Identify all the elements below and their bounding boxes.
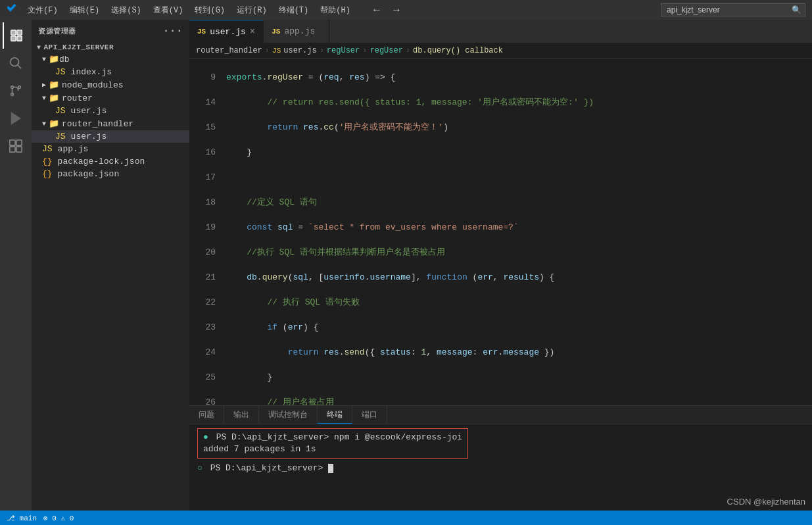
tree-label-router: router xyxy=(62,93,93,103)
tree-item-router-user-js[interactable]: JS user.js xyxy=(32,105,189,117)
svg-rect-13 xyxy=(16,147,22,152)
tree-item-index-js[interactable]: JS index.js xyxy=(32,66,189,78)
line-num-17: 17 xyxy=(196,171,216,184)
code-line-17: 17 xyxy=(196,171,805,184)
code-line-21: 21 db.query(sql, [userinfo.username], fu… xyxy=(196,271,805,284)
forward-button[interactable]: → xyxy=(389,3,404,17)
search-input[interactable] xyxy=(661,3,805,16)
line-num-21: 21 xyxy=(196,271,216,284)
breadcrumb-part-0: router_handler xyxy=(196,46,262,55)
breadcrumb-sep-1: › xyxy=(320,46,324,55)
menu-file[interactable]: 文件(F) xyxy=(22,3,63,17)
menu-run[interactable]: 运行(R) xyxy=(231,3,272,17)
tree-label-package-json: package.json xyxy=(58,169,120,179)
vscode-icon xyxy=(7,3,17,17)
svg-point-6 xyxy=(11,86,14,89)
tree-label-db: db xyxy=(59,55,70,64)
tree-item-db[interactable]: ▼ 📁 db xyxy=(32,53,189,66)
tab-user-js[interactable]: JS user.js × xyxy=(189,20,264,43)
activity-search[interactable] xyxy=(3,50,29,76)
sidebar-more-button[interactable]: ··· xyxy=(163,25,183,37)
line-num-24: 24 xyxy=(196,346,216,359)
svg-rect-11 xyxy=(16,140,22,145)
tree-project-root[interactable]: ▼ API_KJZT_SERVER xyxy=(32,42,189,53)
breadcrumb-sep-0: › xyxy=(265,46,270,55)
menu-terminal[interactable]: 终端(T) xyxy=(274,3,314,17)
panel-tab-ports[interactable]: 端口 xyxy=(352,406,387,424)
folder-icon: 📁 xyxy=(49,118,59,129)
tab-icon-app-js: JS xyxy=(272,28,280,36)
tree-item-app-js[interactable]: JS app.js xyxy=(32,143,189,155)
activity-extensions[interactable] xyxy=(3,133,29,159)
tree-item-rh-user-js[interactable]: JS user.js xyxy=(32,130,189,143)
tab-label-app-js: app.js xyxy=(284,26,315,36)
code-line-14: 14 // return res.send({ status: 1, messa… xyxy=(196,96,805,109)
tree-item-node-modules[interactable]: ▶ 📁 node_modules xyxy=(32,78,189,91)
tree-item-package-lock[interactable]: {} package-lock.json xyxy=(32,155,189,168)
panel-tab-terminal[interactable]: 终端 xyxy=(318,406,352,424)
terminal-line-command: ● PS D:\api_kjzt_server> npm i @escook/e… xyxy=(203,432,462,443)
terminal-prompt: ● xyxy=(203,432,208,442)
menu-view[interactable]: 查看(V) xyxy=(148,3,189,17)
breadcrumb-part-3: regUser xyxy=(370,46,402,55)
main-container: 资源管理器 ··· ▼ API_KJZT_SERVER ▼ 📁 db JS in… xyxy=(0,20,812,511)
editor-area: JS user.js × JS app.js router_handler › … xyxy=(189,20,812,511)
tree-item-router[interactable]: ▼ 📁 router xyxy=(32,91,189,105)
tree-label-router-handler: router_handler xyxy=(62,119,133,129)
watermark: CSDN @kejizhentan xyxy=(727,497,805,507)
tree-item-package-json[interactable]: {} package.json xyxy=(32,168,189,180)
breadcrumb-part-4: db.query() callback xyxy=(413,46,503,55)
line-num-16: 16 xyxy=(196,146,216,159)
js-icon: JS xyxy=(55,106,66,116)
menu-select[interactable]: 选择(S) xyxy=(106,3,147,17)
terminal-line-prompt: ○ PS D:\api_kjzt_server> xyxy=(197,463,804,474)
code-line-15: 15 return res.cc('用户名或密码不能为空！') xyxy=(196,121,805,134)
terminal-command-text: PS D:\api_kjzt_server> npm i @escook/exp… xyxy=(216,432,462,442)
file-tree: ▼ API_KJZT_SERVER ▼ 📁 db JS index.js ▶ 📁… xyxy=(32,42,189,511)
back-button[interactable]: ← xyxy=(369,3,385,17)
svg-marker-9 xyxy=(12,113,20,124)
menu-bar[interactable]: 文件(F) 编辑(E) 选择(S) 查看(V) 转到(G) 运行(R) 终端(T… xyxy=(22,3,356,17)
tab-close-user-js[interactable]: × xyxy=(250,27,255,36)
search-wrapper[interactable]: 🔍 xyxy=(661,3,805,16)
terminal-prompt-icon: ○ xyxy=(197,463,203,473)
arrow-icon: ▶ xyxy=(42,81,46,89)
bottom-panel: 问题 输出 调试控制台 终端 端口 ● PS D:\api_kjzt_serve… xyxy=(189,405,812,511)
status-branch: ⎇ main xyxy=(7,514,37,522)
line-num-26: 26 xyxy=(196,396,216,405)
panel-tab-debug[interactable]: 调试控制台 xyxy=(259,406,318,424)
code-line-20: 20 //执行 SQL 语句并根据结果判断用户名是否被占用 xyxy=(196,246,805,259)
code-line-24: 24 return res.send({ status: 1, message:… xyxy=(196,346,805,359)
terminal-output-text: added 7 packages in 1s xyxy=(203,444,316,454)
panel-tab-problems[interactable]: 问题 xyxy=(189,406,224,424)
terminal-highlight-box: ● PS D:\api_kjzt_server> npm i @escook/e… xyxy=(197,428,468,459)
activity-bar xyxy=(0,20,32,511)
tab-app-js[interactable]: JS app.js xyxy=(264,20,329,43)
terminal-content[interactable]: ● PS D:\api_kjzt_server> npm i @escook/e… xyxy=(189,424,812,511)
activity-source-control[interactable] xyxy=(3,78,29,104)
tree-item-router-handler[interactable]: ▼ 📁 router_handler xyxy=(32,117,189,130)
tabs-bar: JS user.js × JS app.js xyxy=(189,20,812,43)
arrow-icon: ▼ xyxy=(42,95,46,102)
code-editor[interactable]: 9exports.regUser = (req, res) => { 14 //… xyxy=(189,59,812,405)
breadcrumb-sep-2: › xyxy=(362,46,367,55)
json-icon: {} xyxy=(42,157,53,166)
nav-buttons: ← → xyxy=(369,3,404,17)
svg-rect-10 xyxy=(10,140,15,145)
code-line-9: 9exports.regUser = (req, res) => { xyxy=(196,71,805,84)
tree-label-index-js: index.js xyxy=(71,67,112,77)
menu-help[interactable]: 帮助(H) xyxy=(315,3,356,17)
breadcrumb: router_handler › JS user.js › regUser › … xyxy=(189,43,812,59)
tree-label-app-js: app.js xyxy=(58,144,89,154)
terminal-line-output: added 7 packages in 1s xyxy=(203,443,462,455)
code-line-16: 16 } xyxy=(196,146,805,159)
activity-explorer[interactable] xyxy=(3,22,29,49)
tab-icon-user-js: JS xyxy=(197,28,206,36)
search-icon: 🔍 xyxy=(792,5,801,15)
activity-run[interactable] xyxy=(3,105,29,132)
panel-tab-output[interactable]: 输出 xyxy=(224,406,259,424)
line-num-18: 18 xyxy=(196,196,216,209)
menu-edit[interactable]: 编辑(E) xyxy=(64,3,105,17)
menu-goto[interactable]: 转到(G) xyxy=(189,3,230,17)
titlebar: 文件(F) 编辑(E) 选择(S) 查看(V) 转到(G) 运行(R) 终端(T… xyxy=(0,0,812,20)
